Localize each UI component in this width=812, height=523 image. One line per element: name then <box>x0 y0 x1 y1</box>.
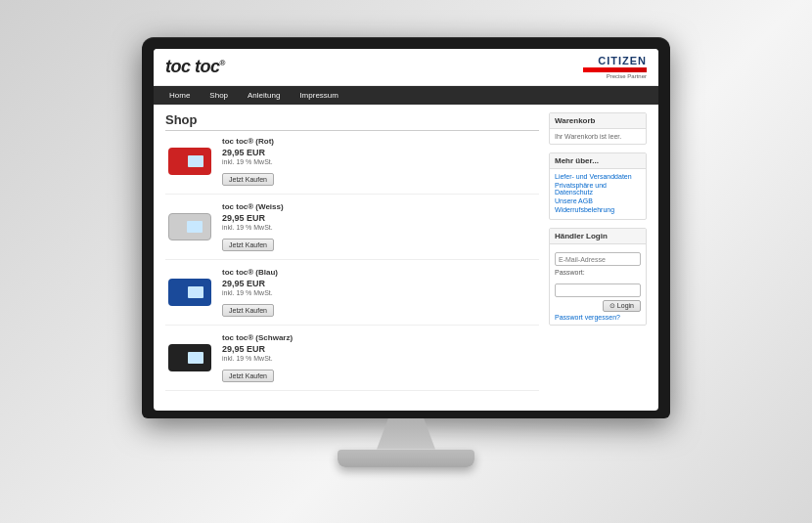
site-body: Shop toc toc® (Rot) 29,95 EUR inkl. 19 %… <box>154 105 658 411</box>
sidebar: Warenkorb Ihr Warenkorb ist leer. Mehr ü… <box>549 112 647 410</box>
product-image-blau <box>165 275 214 309</box>
device-screen-rot <box>188 155 203 167</box>
login-title: Händler Login <box>550 229 646 244</box>
product-tax-schwarz: inkl. 19 % MwSt. <box>222 355 539 362</box>
forgot-link[interactable]: Passwort vergessen? <box>555 314 641 321</box>
buy-btn-blau[interactable]: Jetzt Kaufen <box>222 304 274 317</box>
login-row: Passwort: <box>555 269 641 276</box>
link-privat[interactable]: Privatsphäre und Datenschutz <box>555 182 641 196</box>
product-tax-weiss: inkl. 19 % MwSt. <box>222 224 539 231</box>
device-screen-blau <box>188 286 203 298</box>
login-button[interactable]: ⊙ Login <box>603 300 641 312</box>
product-blau: toc toc® (Blau) 29,95 EUR inkl. 19 % MwS… <box>165 268 539 326</box>
device-screen-weiss <box>187 221 203 233</box>
buy-btn-schwarz[interactable]: Jetzt Kaufen <box>222 370 274 382</box>
shop-title: Shop <box>165 112 539 131</box>
citizen-logo: CITIZEN Precise Partner <box>583 55 647 79</box>
password-label: Passwort: <box>555 269 585 276</box>
product-price-weiss: 29,95 EUR <box>222 213 539 223</box>
nav-anleitung[interactable]: Anleitung <box>244 89 284 102</box>
nav-impressum[interactable]: Impressum <box>295 89 342 102</box>
product-price-blau: 29,95 EUR <box>222 279 539 288</box>
device-rot <box>168 148 211 175</box>
product-name-schwarz: toc toc® (Schwarz) <box>222 333 539 342</box>
product-image-weiss <box>165 209 214 243</box>
cart-section: Warenkorb Ihr Warenkorb ist leer. <box>549 112 647 145</box>
password-field[interactable] <box>555 283 641 297</box>
link-liefer[interactable]: Liefer- und Versanddaten <box>555 173 641 180</box>
buy-btn-weiss[interactable]: Jetzt Kaufen <box>222 239 274 251</box>
buy-btn-rot[interactable]: Jetzt Kaufen <box>222 173 274 186</box>
product-tax-blau: inkl. 19 % MwSt. <box>222 289 539 296</box>
cart-title: Warenkorb <box>550 113 646 129</box>
product-info-blau: toc toc® (Blau) 29,95 EUR inkl. 19 % MwS… <box>222 268 539 317</box>
site-header: toc toc® CITIZEN Precise Partner <box>154 49 658 86</box>
citizen-bar <box>583 67 647 72</box>
mehr-title: Mehr über... <box>550 153 646 169</box>
product-name-weiss: toc toc® (Weiss) <box>222 202 539 211</box>
site-logo: toc toc® <box>165 57 225 77</box>
product-tax-rot: inkl. 19 % MwSt. <box>222 158 539 165</box>
email-field[interactable] <box>555 252 641 266</box>
login-content: Passwort: ⊙ Login Passwort vergessen? <box>550 244 646 325</box>
monitor-frame: toc toc® CITIZEN Precise Partner Home Sh… <box>142 37 670 418</box>
link-widerruf[interactable]: Widerrufsbelehrung <box>555 206 641 213</box>
product-name-rot: toc toc® (Rot) <box>222 137 539 146</box>
login-section: Händler Login Passwort: ⊙ Login Passwort… <box>549 228 647 326</box>
citizen-brand-text: CITIZEN <box>598 55 647 66</box>
mehr-section: Mehr über... Liefer- und Versanddaten Pr… <box>549 153 647 220</box>
login-btn-row: ⊙ Login <box>555 300 641 312</box>
product-image-rot <box>165 144 214 178</box>
monitor-neck <box>377 418 435 450</box>
monitor-screen: toc toc® CITIZEN Precise Partner Home Sh… <box>154 49 658 411</box>
product-weiss: toc toc® (Weiss) 29,95 EUR inkl. 19 % Mw… <box>165 202 539 260</box>
mehr-content: Liefer- und Versanddaten Privatsphäre un… <box>550 169 646 219</box>
product-image-schwarz <box>165 340 214 374</box>
product-name-blau: toc toc® (Blau) <box>222 268 539 277</box>
monitor-container: toc toc® CITIZEN Precise Partner Home Sh… <box>132 37 680 487</box>
product-info-weiss: toc toc® (Weiss) 29,95 EUR inkl. 19 % Mw… <box>222 202 539 251</box>
link-agb[interactable]: Unsere AGB <box>555 197 641 204</box>
nav-shop[interactable]: Shop <box>205 89 232 102</box>
nav-bar: Home Shop Anleitung Impressum <box>154 86 658 105</box>
device-blau <box>168 279 211 306</box>
cart-content: Ihr Warenkorb ist leer. <box>550 129 646 144</box>
citizen-tagline: Precise Partner <box>607 73 647 79</box>
product-info-rot: toc toc® (Rot) 29,95 EUR inkl. 19 % MwSt… <box>222 137 539 186</box>
cart-empty-text: Ihr Warenkorb ist leer. <box>555 133 621 140</box>
product-info-schwarz: toc toc® (Schwarz) 29,95 EUR inkl. 19 % … <box>222 333 539 382</box>
device-screen-schwarz <box>188 352 203 364</box>
product-price-schwarz: 29,95 EUR <box>222 344 539 354</box>
device-weiss <box>168 213 211 240</box>
monitor-base <box>338 450 474 467</box>
product-schwarz: toc toc® (Schwarz) 29,95 EUR inkl. 19 % … <box>165 333 539 391</box>
nav-home[interactable]: Home <box>165 89 194 102</box>
product-rot: toc toc® (Rot) 29,95 EUR inkl. 19 % MwSt… <box>165 137 539 195</box>
shop-main: Shop toc toc® (Rot) 29,95 EUR inkl. 19 %… <box>165 112 539 410</box>
product-price-rot: 29,95 EUR <box>222 148 539 157</box>
device-schwarz <box>168 344 211 371</box>
